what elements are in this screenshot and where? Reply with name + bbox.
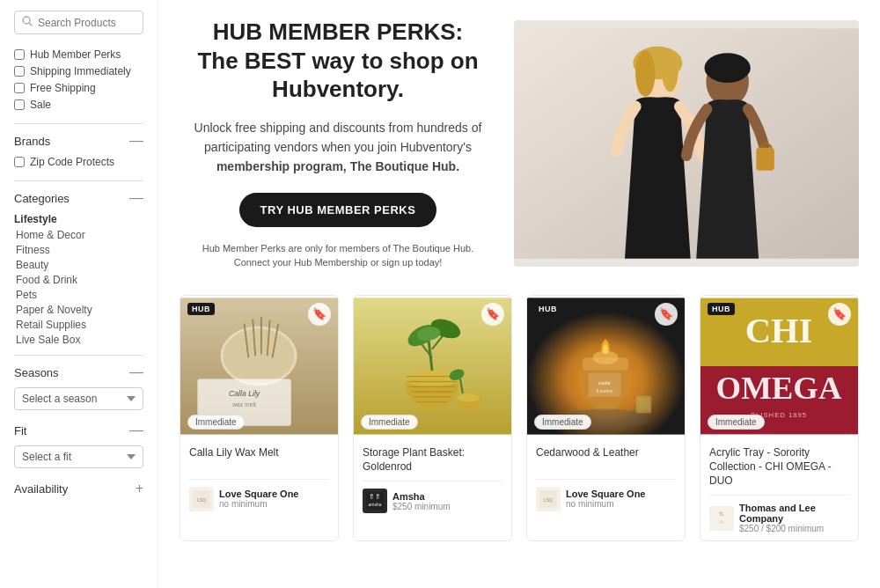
product-hub-badge-1: HUB [187,303,215,315]
product-info-3: Cedarwood & Leather LSQ Love Square One … [527,437,685,518]
svg-rect-27 [407,371,458,387]
svg-point-7 [662,51,678,92]
filter-sale-label: Sale [30,99,51,111]
brands-label: Brands [14,135,50,148]
filter-sale[interactable]: Sale [14,99,143,111]
product-info-1: Calla Lily Wax Melt LSQ Love Square One … [180,437,338,518]
filter-zip-code-protects[interactable]: Zip Code Protects [14,156,143,168]
filter-free-shipping-label: Free Shipping [30,82,96,94]
product-card-3: cedar & leather HUB 🔖 Immediate Cedarwoo… [526,295,686,542]
svg-text:wax melt: wax melt [231,401,256,408]
svg-text:& leather: & leather [596,389,613,393]
filter-shipping-immediately-checkbox[interactable] [14,66,25,77]
svg-text:TL: TL [719,511,724,517]
vendor-min-2: $250 minimum [392,502,451,511]
svg-text:LSQ: LSQ [544,497,553,503]
product-card-2: 🔖 Immediate Storage Plant Basket: Golden… [353,295,512,542]
vendor-name-4: Thomas and Lee Company [739,503,849,524]
brands-filter-group: Zip Code Protects [14,156,143,168]
category-food-drink[interactable]: Food & Drink [14,274,143,286]
seasons-label: Seasons [14,366,59,379]
product-bookmark-1[interactable]: 🔖 [308,303,331,326]
product-card-4: CHI OMEGA BLISHED 1895 HUB 🔖 Immediate A… [700,295,859,542]
svg-point-0 [23,17,30,24]
svg-point-9 [705,54,751,84]
category-home-decor[interactable]: Home & Decor [14,229,143,241]
svg-text:cedar: cedar [598,380,612,386]
vendor-name-1: Love Square One [219,489,298,499]
vendor-row-3: LSQ Love Square One no minimum [536,487,676,511]
hero-section: HUB MEMBER PERKS:The BEST way to shop on… [180,18,859,270]
brands-section-header: Brands — [14,133,143,149]
product-image-wrap-4: CHI OMEGA BLISHED 1895 HUB 🔖 Immediate [700,296,858,437]
category-pets[interactable]: Pets [14,289,143,301]
svg-rect-55 [638,398,650,410]
search-input[interactable] [38,17,136,29]
fit-toggle-icon[interactable]: — [129,423,143,438]
svg-text:amsha: amsha [368,502,381,507]
filter-group: Hub Member Perks Shipping Immediately Fr… [14,48,143,111]
sidebar: Hub Member Perks Shipping Immediately Fr… [0,0,158,588]
svg-line-1 [30,24,33,26]
categories-toggle-icon[interactable]: — [129,190,143,206]
hero-footnote: Hub Member Perks are only for members of… [180,241,496,270]
vendor-row-1: LSQ Love Square One no minimum [189,487,329,511]
product-name-1: Calla Lily Wax Melt [189,445,329,472]
brands-toggle-icon[interactable]: — [129,133,143,149]
product-info-2: Storage Plant Basket: Goldenrod ⇑⇑amsha … [354,437,511,520]
svg-text:OMEGA: OMEGA [716,369,842,405]
svg-rect-40 [458,393,480,402]
vendor-logo-4: TLCo [709,506,734,531]
availability-header: Availability + [14,481,143,496]
category-beauty[interactable]: Beauty [14,259,143,271]
filter-free-shipping[interactable]: Free Shipping [14,82,143,94]
seasons-toggle-icon[interactable]: — [129,364,143,380]
product-name-3: Cedarwood & Leather [536,445,676,472]
vendor-logo-3: LSQ [536,487,561,511]
fit-section-header: Fit — [14,423,143,438]
availability-expand-icon[interactable]: + [136,481,143,496]
category-live-sale-box[interactable]: Live Sale Box [14,334,143,346]
product-info-4: Acrylic Tray - Sorority Collection - CHI… [700,437,858,541]
search-box[interactable] [14,11,143,34]
categories-subsection-title: Lifestyle [14,213,143,225]
svg-text:Co: Co [719,519,724,524]
filter-shipping-immediately-label: Shipping Immediately [30,65,131,77]
vendor-details-1: Love Square One no minimum [219,489,298,509]
category-retail-supplies[interactable]: Retail Supplies [14,319,143,331]
filter-sale-checkbox[interactable] [14,99,25,110]
vendor-min-3: no minimum [566,499,645,509]
fit-select[interactable]: Select a fit [14,445,143,468]
filter-zip-code-protects-label: Zip Code Protects [30,156,114,168]
product-immediate-badge-2: Immediate [361,415,418,430]
vendor-details-3: Love Square One no minimum [566,489,645,509]
filter-zip-code-protects-checkbox[interactable] [14,157,25,167]
vendor-name-2: Amsha [392,491,451,502]
vendor-name-3: Love Square One [566,489,645,499]
vendor-row-4: TLCo Thomas and Lee Company $250 / $200 … [709,503,849,533]
svg-text:CHI: CHI [745,311,813,350]
product-grid: Calla Lily wax melt HUB 🔖 Immediate Call… [180,295,859,542]
vendor-details-4: Thomas and Lee Company $250 / $200 minim… [739,503,849,533]
category-fitness[interactable]: Fitness [14,244,143,256]
svg-point-14 [223,328,294,383]
product-image-wrap-1: Calla Lily wax melt HUB 🔖 Immediate [180,296,338,437]
hero-image [514,20,859,267]
seasons-section-header: Seasons — [14,364,143,380]
hero-cta-button[interactable]: TRY HUB MEMBER PERKS [239,193,437,227]
product-immediate-badge-3: Immediate [534,415,591,430]
filter-free-shipping-checkbox[interactable] [14,83,25,93]
filter-hub-member-perks[interactable]: Hub Member Perks [14,48,143,61]
product-bookmark-2[interactable]: 🔖 [481,303,504,326]
category-paper-novelty[interactable]: Paper & Novelty [14,304,143,316]
product-hub-badge-4: HUB [708,303,735,315]
product-bookmark-3[interactable]: 🔖 [655,303,678,326]
product-bookmark-4[interactable]: 🔖 [828,303,851,326]
vendor-logo-2: ⇑⇑amsha [363,489,387,513]
filter-shipping-immediately[interactable]: Shipping Immediately [14,65,143,77]
seasons-select-wrapper: Select a season [14,387,143,410]
seasons-select[interactable]: Select a season [14,387,143,410]
product-name-4: Acrylic Tray - Sorority Collection - CHI… [709,445,849,489]
filter-hub-member-perks-checkbox[interactable] [14,49,25,60]
vendor-row-2: ⇑⇑amsha Amsha $250 minimum [363,489,502,513]
